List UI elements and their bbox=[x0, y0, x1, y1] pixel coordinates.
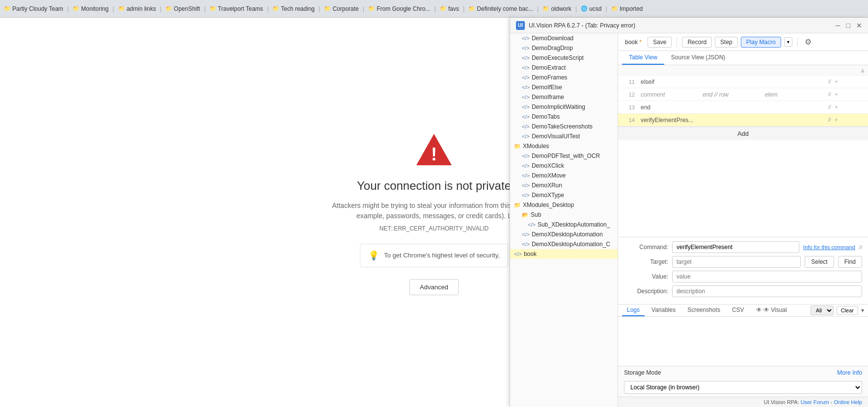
target-label: Target: bbox=[624, 258, 668, 265]
add-row-btn-14[interactable]: + bbox=[834, 117, 840, 123]
tree-item-demoxdesktopautomation[interactable]: </> DemoXDesktopAutomation bbox=[518, 229, 618, 239]
bookmark-imported[interactable]: 📁 Imported bbox=[611, 5, 643, 12]
storage-select-section: Local Storage (in browser) bbox=[618, 379, 868, 397]
add-row-btn-13[interactable]: + bbox=[834, 104, 840, 110]
user-forum-link[interactable]: User Forum bbox=[801, 399, 829, 405]
bookmark-from-google[interactable]: 📁 From Google Chro... bbox=[368, 5, 430, 12]
tree-item-xmodules[interactable]: 📁 XModules bbox=[510, 141, 618, 151]
code-icon: </> bbox=[522, 55, 530, 61]
tree-item-demoframes[interactable]: </> DemoFrames bbox=[518, 73, 618, 82]
step-button[interactable]: Step bbox=[715, 37, 738, 48]
tree-item-demoimplicitwaiting[interactable]: </> DemoImplicitWaiting bbox=[518, 102, 618, 112]
bookmark-partly-cloudy[interactable]: 📁 Partly Cloudy Team bbox=[4, 5, 63, 12]
tree-item-book[interactable]: </> book bbox=[510, 249, 618, 259]
value-input[interactable] bbox=[672, 271, 862, 282]
expand-panel-button[interactable]: ▾ bbox=[861, 307, 864, 314]
bookmark-monitoring[interactable]: 📁 Monitoring bbox=[73, 5, 108, 12]
table-row: 11 elseif // + bbox=[618, 76, 868, 88]
storage-mode-section: Storage Mode More Info Local Storage (in… bbox=[618, 366, 868, 397]
tree-item-demoiframe[interactable]: </> DemoIframe bbox=[518, 92, 618, 102]
globe-icon: 🌐 bbox=[581, 5, 588, 12]
code-icon: </> bbox=[522, 231, 530, 237]
tree-item-demotakescreenshots[interactable]: </> DemoTakeScreenshots bbox=[518, 122, 618, 131]
play-macro-dropdown[interactable]: ▾ bbox=[784, 37, 792, 47]
tree-item-demoifelse[interactable]: </> DemoIfElse bbox=[518, 82, 618, 92]
bookmark-admin-links[interactable]: 📁 admin links bbox=[118, 5, 156, 12]
tree-item-demopdftestwithocr[interactable]: </> DemoPDFTest_with_OCR bbox=[518, 151, 618, 161]
tree-item-xmodules-desktop[interactable]: 📁 XModules_Desktop bbox=[510, 200, 618, 210]
comment-toggle-btn[interactable]: // bbox=[827, 91, 833, 98]
close-button[interactable]: ✕ bbox=[856, 22, 862, 29]
advanced-button[interactable]: Advanced bbox=[409, 279, 459, 295]
record-button[interactable]: Record bbox=[682, 37, 712, 48]
bookmark-ucsd[interactable]: 🌐 ucsd bbox=[581, 5, 601, 12]
folder-icon: 📁 bbox=[514, 202, 521, 208]
comment-toggle-btn[interactable]: // bbox=[827, 117, 833, 123]
description-input[interactable] bbox=[672, 285, 862, 297]
bookmark-oldwork[interactable]: 📁 oldwork bbox=[542, 5, 571, 12]
tab-screenshots[interactable]: Screenshots bbox=[682, 305, 725, 316]
tree-item-demovisualuitest[interactable]: </> DemoVisualUITest bbox=[518, 131, 618, 141]
play-macro-button[interactable]: Play Macro bbox=[741, 37, 781, 48]
more-info-link[interactable]: More Info bbox=[837, 369, 862, 376]
tree-item-demoxrun[interactable]: </> DemoXRun bbox=[518, 180, 618, 190]
tree-item-demotabs[interactable]: </> DemoTabs bbox=[518, 112, 618, 122]
folder-icon: 📁 bbox=[324, 5, 331, 12]
folder-icon: 📁 bbox=[73, 5, 80, 12]
bookmark-openshift[interactable]: 📁 OpenShift bbox=[165, 5, 200, 12]
comment-toggle-btn[interactable]: // bbox=[827, 104, 833, 110]
warning-icon: ! bbox=[414, 130, 454, 169]
bookmark-definitely[interactable]: 📁 Definitely come bac... bbox=[468, 5, 533, 12]
eye-icon: 👁 bbox=[756, 306, 762, 313]
select-button[interactable]: Select bbox=[805, 256, 834, 268]
tab-table-view[interactable]: Table View bbox=[622, 51, 664, 65]
scroll-up-btn[interactable]: ▲ bbox=[859, 66, 866, 74]
bottom-panel: Logs Variables Screenshots CSV 👁 👁 Visua… bbox=[618, 304, 868, 366]
command-editor: Command: verifyElementPresent Info for t… bbox=[618, 237, 868, 304]
bookmark-favs[interactable]: 📁 favs bbox=[440, 5, 459, 12]
tree-item-demoexecutescript[interactable]: </> DemoExecuteScript bbox=[518, 53, 618, 63]
tree-item-demoxtype[interactable]: </> DemoXType bbox=[518, 190, 618, 200]
storage-mode-select[interactable]: Local Storage (in browser) bbox=[624, 381, 862, 394]
value-row: Value: bbox=[624, 271, 862, 282]
folder-open-icon: 📂 bbox=[522, 212, 529, 218]
bookmark-tech-reading[interactable]: 📁 Tech reading bbox=[272, 5, 315, 12]
macro-table: ▲ 11 elseif // + bbox=[618, 65, 868, 237]
info-for-command-link[interactable]: Info for this command bbox=[803, 244, 855, 250]
folder-icon: 📁 bbox=[440, 5, 447, 12]
tree-item-demoxdesktopautomation-c[interactable]: </> DemoXDesktopAutomation_C bbox=[518, 239, 618, 249]
minimize-button[interactable]: ─ bbox=[836, 22, 841, 29]
svg-text:!: ! bbox=[431, 144, 437, 164]
settings-button[interactable]: ⚙ bbox=[803, 36, 814, 48]
find-button[interactable]: Find bbox=[838, 256, 862, 268]
tab-csv[interactable]: CSV bbox=[727, 305, 749, 316]
target-input[interactable] bbox=[672, 256, 801, 268]
clear-logs-button[interactable]: Clear bbox=[837, 306, 858, 315]
bookmark-travelport[interactable]: 📁 Travelport Teams bbox=[210, 5, 263, 12]
table-row-selected[interactable]: 14 verifyElementPres... // + bbox=[618, 114, 868, 127]
online-help-link[interactable]: Online Help bbox=[834, 399, 862, 405]
tab-logs[interactable]: Logs bbox=[622, 305, 645, 316]
add-command-button[interactable]: Add bbox=[618, 127, 868, 140]
code-icon: </> bbox=[522, 104, 530, 110]
command-select[interactable]: verifyElementPresent bbox=[672, 241, 799, 253]
tree-item-sub-xdesktop[interactable]: </> Sub_XDesktopAutomation_ bbox=[524, 220, 618, 229]
bookmark-corporate[interactable]: 📁 Corporate bbox=[324, 5, 358, 12]
tab-visual[interactable]: 👁 👁 Visual bbox=[751, 305, 792, 316]
log-filter-select[interactable]: All bbox=[811, 305, 834, 315]
code-icon: </> bbox=[522, 241, 530, 247]
tree-item-demodownload[interactable]: </> DemoDownload bbox=[518, 33, 618, 43]
tab-source-view[interactable]: Source View (JSON) bbox=[664, 51, 732, 65]
tree-item-demoxmove[interactable]: </> DemoXMove bbox=[518, 171, 618, 180]
comment-toggle-btn[interactable]: // bbox=[827, 78, 833, 85]
panel-body: </> DemoDownload </> DemoDragDrop </> De… bbox=[510, 33, 868, 407]
tree-item-demodragdrop[interactable]: </> DemoDragDrop bbox=[518, 43, 618, 53]
tree-item-sub[interactable]: 📂 Sub bbox=[518, 210, 618, 220]
maximize-button[interactable]: □ bbox=[846, 22, 850, 29]
save-button[interactable]: Save bbox=[648, 37, 672, 48]
add-row-btn-12[interactable]: + bbox=[834, 91, 840, 98]
tree-item-demoxclick[interactable]: </> DemoXClick bbox=[518, 161, 618, 171]
add-row-btn-11[interactable]: + bbox=[834, 78, 840, 85]
tab-variables[interactable]: Variables bbox=[647, 305, 680, 316]
tree-item-demoextract[interactable]: </> DemoExtract bbox=[518, 63, 618, 73]
